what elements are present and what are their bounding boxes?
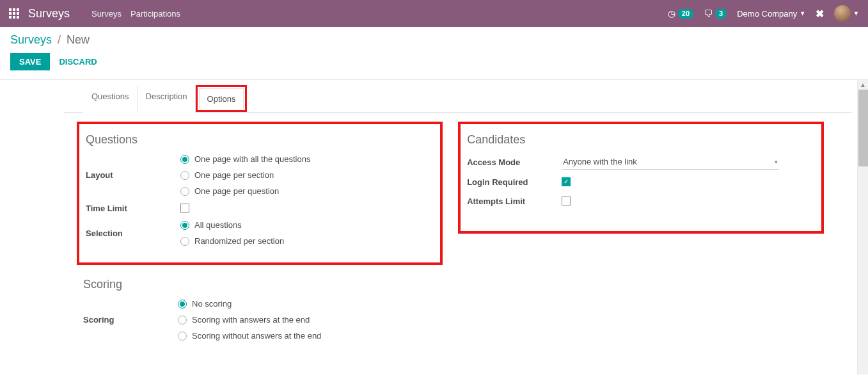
- access-mode-value: Anyone with the link: [563, 157, 637, 166]
- tab-options[interactable]: Options: [199, 88, 244, 109]
- attempts-limit-field: [562, 197, 815, 205]
- tab-questions[interactable]: Questions: [83, 86, 138, 113]
- login-required-field: [562, 177, 815, 186]
- scoring-option-label: Scoring without answers at the end: [192, 331, 321, 341]
- layout-row: Layout One page with all the questions O…: [86, 154, 434, 196]
- breadcrumb: Surveys / New: [10, 33, 858, 47]
- selection-label: Selection: [86, 229, 180, 238]
- attempts-limit-label: Attempts Limit: [467, 197, 562, 206]
- avatar: [834, 5, 851, 22]
- form-sheet: Questions Description Options Questions …: [64, 80, 852, 366]
- scoring-row: Scoring No scoring Scoring with answers …: [83, 299, 436, 341]
- access-mode-row: Access Mode Anyone with the link ▾: [467, 154, 815, 170]
- nav-right: ◷ 20 🗨 3 Demo Company ▼ ✖ ▼: [668, 5, 859, 22]
- radio-icon: [178, 316, 187, 325]
- radio-icon: [180, 187, 189, 196]
- scroll-thumb[interactable]: [858, 90, 868, 166]
- breadcrumb-root[interactable]: Surveys: [10, 33, 52, 46]
- scoring-option-1[interactable]: Scoring with answers at the end: [178, 315, 436, 325]
- layout-option-label: One page per section: [194, 170, 274, 180]
- login-required-row: Login Required: [467, 175, 815, 189]
- time-limit-checkbox[interactable]: [180, 204, 189, 213]
- selection-option-1[interactable]: Randomized per section: [180, 236, 434, 246]
- save-button[interactable]: SAVE: [10, 53, 50, 70]
- layout-option-label: One page with all the questions: [194, 154, 310, 164]
- nav-left: Surveys Surveys Participations: [9, 7, 180, 20]
- login-required-checkbox[interactable]: [562, 177, 571, 186]
- tabs: Questions Description Options: [64, 80, 852, 112]
- scoring-field: No scoring Scoring with answers at the e…: [178, 299, 436, 341]
- chevron-down-icon: ▼: [853, 10, 859, 17]
- scoring-option-2[interactable]: Scoring without answers at the end: [178, 331, 436, 341]
- scoring-section: Scoring Scoring No scoring Scoring with …: [77, 265, 443, 357]
- selection-option-0[interactable]: All questions: [180, 220, 434, 230]
- time-limit-row: Time Limit: [86, 201, 434, 215]
- top-navbar: Surveys Surveys Participations ◷ 20 🗨 3 …: [0, 0, 868, 27]
- questions-section: Questions Layout One page with all the q…: [77, 122, 443, 265]
- layout-option-2[interactable]: One page per question: [180, 186, 434, 196]
- tabs-container: Questions Description Options: [64, 80, 852, 113]
- breadcrumb-current: New: [67, 33, 90, 46]
- scoring-option-0[interactable]: No scoring: [178, 299, 436, 309]
- layout-option-0[interactable]: One page with all the questions: [180, 154, 434, 164]
- action-bar: Surveys / New SAVE DISCARD: [0, 27, 868, 80]
- options-right-column: Candidates Access Mode Anyone with the l…: [458, 122, 824, 357]
- selection-row: Selection All questions Randomized per s…: [86, 220, 434, 246]
- scroll-up-icon: ▲: [860, 81, 866, 88]
- access-mode-field: Anyone with the link ▾: [562, 154, 815, 170]
- selection-option-label: All questions: [194, 220, 242, 230]
- user-menu[interactable]: ▼: [834, 5, 859, 22]
- scoring-option-label: No scoring: [192, 299, 232, 309]
- selection-field: All questions Randomized per section: [180, 220, 434, 246]
- questions-section-title: Questions: [86, 133, 434, 147]
- options-pane: Questions Layout One page with all the q…: [64, 113, 852, 366]
- time-limit-field: [180, 204, 434, 213]
- scoring-option-label: Scoring with answers at the end: [192, 315, 310, 325]
- radio-icon: [180, 237, 189, 246]
- chat-badge: 3: [715, 9, 727, 19]
- radio-icon: [178, 300, 187, 309]
- timer-indicator[interactable]: ◷ 20: [668, 8, 693, 19]
- attempts-limit-row: Attempts Limit: [467, 194, 815, 208]
- layout-field: One page with all the questions One page…: [180, 154, 434, 196]
- layout-option-1[interactable]: One page per section: [180, 170, 434, 180]
- action-buttons: SAVE DISCARD: [10, 53, 858, 70]
- time-limit-label: Time Limit: [86, 204, 180, 213]
- scoring-label: Scoring: [83, 315, 178, 325]
- selection-option-label: Randomized per section: [194, 236, 284, 246]
- layout-option-label: One page per question: [194, 186, 279, 196]
- tab-description[interactable]: Description: [138, 86, 196, 113]
- attempts-limit-checkbox[interactable]: [562, 197, 571, 205]
- candidates-section-title: Candidates: [467, 133, 815, 147]
- nav-link-participations[interactable]: Participations: [130, 9, 180, 19]
- breadcrumb-separator: /: [58, 33, 61, 46]
- chevron-down-icon: ▼: [800, 10, 805, 17]
- discard-button[interactable]: DISCARD: [59, 57, 97, 67]
- access-mode-dropdown[interactable]: Anyone with the link ▾: [562, 154, 779, 170]
- radio-icon: [180, 155, 189, 164]
- options-left-column: Questions Layout One page with all the q…: [77, 122, 443, 357]
- company-name: Demo Company: [737, 9, 797, 19]
- radio-icon: [180, 171, 189, 180]
- vertical-scrollbar[interactable]: ▲: [857, 80, 868, 374]
- login-required-label: Login Required: [467, 177, 562, 187]
- timer-badge: 20: [678, 9, 693, 19]
- chat-icon: 🗨: [704, 8, 713, 19]
- nav-link-surveys[interactable]: Surveys: [91, 9, 122, 19]
- access-mode-label: Access Mode: [467, 157, 562, 167]
- scoring-section-title: Scoring: [83, 278, 436, 291]
- candidates-section: Candidates Access Mode Anyone with the l…: [458, 122, 824, 234]
- radio-icon: [180, 221, 189, 230]
- chat-indicator[interactable]: 🗨 3: [704, 8, 727, 19]
- chevron-down-icon: ▾: [775, 159, 778, 165]
- apps-icon[interactable]: [9, 8, 19, 19]
- debug-icon[interactable]: ✖: [816, 8, 824, 20]
- clock-icon: ◷: [668, 8, 675, 19]
- layout-label: Layout: [86, 170, 180, 180]
- tab-highlight: Options: [196, 85, 248, 112]
- radio-icon: [178, 332, 187, 341]
- company-selector[interactable]: Demo Company ▼: [737, 9, 805, 19]
- app-brand[interactable]: Surveys: [28, 7, 70, 20]
